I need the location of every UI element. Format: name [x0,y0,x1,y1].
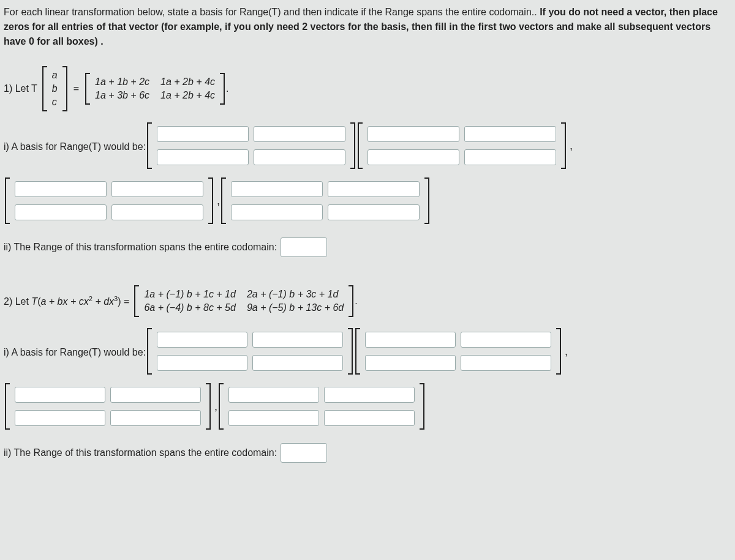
m2-r1c1: 1a + (−1) b + 1c + 1d [144,289,235,300]
comma-2: , [217,195,220,207]
m2-r2c1: 6a + (−4) b + 8c + 5d [144,302,235,313]
p1-b1-r1c1[interactable] [157,126,249,142]
p2-b1-r2c1[interactable] [157,355,247,371]
p2-codomain-input[interactable] [281,443,327,463]
p2-basis-label: i) A basis for Range(T) would be: [4,347,146,358]
comma-1: , [570,140,573,152]
p1-b2-r2c2[interactable] [464,149,556,165]
p2-b1-r1c2[interactable] [252,332,343,348]
p2-b3-r1c1[interactable] [15,387,105,403]
p2-b4-r1c2[interactable] [324,387,415,403]
problem-1: 1) Let T a b c = 1a + 1b + 2c 1a + 2b + … [4,66,731,111]
comma-3: , [565,345,568,358]
vec-c: c [52,97,57,108]
m1-r1c2: 1a + 2b + 4c [160,77,215,88]
output-matrix-2: 1a + (−1) b + 1c + 1d 2a + (−1) b + 3c +… [134,285,353,317]
p2-b3-r1c2[interactable] [110,387,201,403]
p1-b4-r2c2[interactable] [328,204,420,220]
p1-basis-matrix-2 [358,122,566,169]
p2-basis-matrix-1 [147,328,353,375]
p1-b3-r2c1[interactable] [15,204,107,220]
output-matrix-1: 1a + 1b + 2c 1a + 2b + 4c 1a + 3b + 6c 1… [85,73,225,105]
p1-b1-r2c2[interactable] [254,149,345,165]
p2-b4-r1c1[interactable] [228,387,319,403]
p2-b3-r2c2[interactable] [110,410,201,426]
problem-2-equation: 2) Let T(a + bx + cx2 + dx3) = 1a + (−1)… [4,285,731,317]
p2-basis-matrix-2 [355,328,561,375]
p1-basis-matrix-1 [147,122,355,169]
p1-basis-matrix-4 [221,177,429,224]
instructions: For each linear transformation below, st… [4,5,731,49]
p1-codomain-input[interactable] [281,237,327,257]
comma-4: , [214,400,217,413]
problem-1-label: 1) Let T [4,83,37,94]
p1-b2-r1c1[interactable] [368,126,459,142]
p2-codomain-row: ii) The Range of this transformation spa… [4,443,731,463]
input-vector: a b c [42,66,67,111]
p1-b4-r2c1[interactable] [231,204,323,220]
p1-b1-r2c1[interactable] [157,149,249,165]
problem-2-label: 2) Let T(a + bx + cx2 + dx3) = [4,295,129,307]
p1-codomain-label: ii) The Range of this transformation spa… [4,242,277,253]
p2-b2-r1c2[interactable] [461,332,551,348]
p2-b4-r2c2[interactable] [324,410,415,426]
p2-b1-r2c2[interactable] [252,355,343,371]
problem-1-equation: 1) Let T a b c = 1a + 1b + 2c 1a + 2b + … [4,66,731,111]
m1-r2c1: 1a + 3b + 6c [95,90,149,101]
p2-basis-matrix-4 [219,383,424,430]
p2-basis-row: i) A basis for Range(T) would be: [4,328,731,375]
p2-b2-r2c1[interactable] [365,355,456,371]
p1-basis-row-2: , [4,177,731,224]
period-2: . [355,296,357,307]
p1-b3-r1c1[interactable] [15,181,107,197]
p2-b1-r1c1[interactable] [157,332,247,348]
m2-r1c2: 2a + (−1) b + 3c + 1d [247,289,338,300]
p1-b1-r1c2[interactable] [254,126,345,142]
period: . [226,83,228,94]
p1-b4-r1c1[interactable] [231,181,323,197]
p2-b2-r2c2[interactable] [461,355,551,371]
p1-basis-row: i) A basis for Range(T) would be: [4,122,731,169]
p1-b2-r1c2[interactable] [464,126,556,142]
m1-r2c2: 1a + 2b + 4c [160,90,215,101]
p2-b3-r2c1[interactable] [15,410,105,426]
p1-codomain-row: ii) The Range of this transformation spa… [4,237,731,257]
instructions-part1: For each linear transformation below, st… [4,7,540,17]
problem-2: 2) Let T(a + bx + cx2 + dx3) = 1a + (−1)… [4,285,731,317]
m1-r1c1: 1a + 1b + 2c [95,77,149,88]
p1-b2-r2c1[interactable] [368,149,459,165]
p2-basis-matrix-3 [5,383,211,430]
vec-b: b [52,83,58,94]
p1-basis-matrix-3 [5,177,213,224]
vec-a: a [52,70,58,81]
p1-b3-r1c2[interactable] [111,181,203,197]
p2-b2-r1c1[interactable] [365,332,456,348]
p1-basis-label: i) A basis for Range(T) would be: [4,141,146,152]
p2-b4-r2c1[interactable] [228,410,319,426]
p1-b3-r2c2[interactable] [111,204,203,220]
m2-r2c2: 9a + (−5) b + 13c + 6d [247,302,344,313]
p1-b4-r1c2[interactable] [328,181,420,197]
p2-basis-row-2: , [4,383,731,430]
p2-codomain-label: ii) The Range of this transformation spa… [4,447,277,458]
equals-sign: = [74,83,79,94]
